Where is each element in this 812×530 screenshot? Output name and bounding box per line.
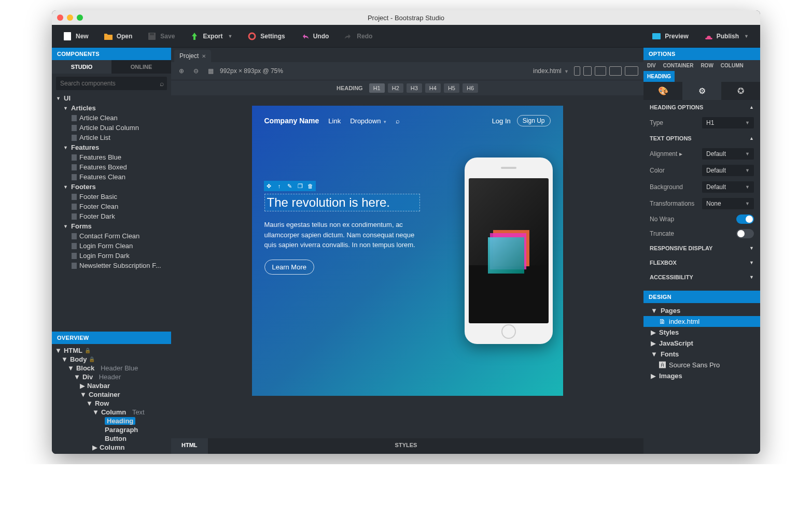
tree-features[interactable]: ▼Features xyxy=(52,142,171,152)
h4-button[interactable]: H4 xyxy=(425,83,441,93)
trash-icon[interactable]: 🗑 xyxy=(305,181,316,191)
ov-button[interactable]: Button xyxy=(55,434,168,443)
search-input[interactable] xyxy=(56,77,167,90)
preview-heading-selected[interactable]: ✥ ↑ ✎ ❐ 🗑 The revolution is here. xyxy=(264,194,420,211)
accessibility-section[interactable]: ACCESSIBILITY▼ xyxy=(643,270,760,284)
minimize-window-icon[interactable] xyxy=(67,15,73,21)
file-tab-project[interactable]: Project✕ xyxy=(174,50,211,62)
tree-articles[interactable]: ▼Articles xyxy=(52,103,171,113)
ov-body[interactable]: ▼Body 🔒 xyxy=(55,355,168,364)
ov-div[interactable]: ▼Div Header xyxy=(55,373,168,381)
design-font-item[interactable]: 🅰Source Sans Pro xyxy=(643,360,760,370)
device-phone-icon[interactable] xyxy=(574,66,580,76)
text-options-section[interactable]: TEXT OPTIONS▲ xyxy=(643,131,760,146)
tree-item[interactable]: Newsletter Subscription F... xyxy=(52,261,171,270)
ov-block[interactable]: ▼Block Header Blue xyxy=(55,364,168,373)
device-laptop-icon[interactable] xyxy=(609,66,622,76)
h2-button[interactable]: H2 xyxy=(388,83,403,93)
tree-item[interactable]: Features Blue xyxy=(52,152,171,162)
tree-footers[interactable]: ▼Footers xyxy=(52,182,171,192)
tree-item[interactable]: Contact Form Clean xyxy=(52,231,171,241)
design-index[interactable]: 🗎index.html xyxy=(643,316,760,327)
search-icon[interactable]: ⌕ xyxy=(160,79,164,88)
tree-item[interactable]: Article Dual Column xyxy=(52,123,171,133)
maximize-window-icon[interactable] xyxy=(77,15,83,21)
heading-options-section[interactable]: HEADING OPTIONS▲ xyxy=(643,100,760,114)
tab-styles[interactable]: STYLES xyxy=(385,438,428,452)
tree-item[interactable]: Features Clean xyxy=(52,172,171,182)
tree-ui[interactable]: ▼UI xyxy=(52,93,171,103)
ov-container[interactable]: ▼Container xyxy=(55,390,168,399)
tree-item[interactable]: Footer Basic xyxy=(52,192,171,202)
preview-login[interactable]: Log In xyxy=(492,117,511,125)
tree-item[interactable]: Footer Dark xyxy=(52,211,171,221)
tree-item[interactable]: Login Form Dark xyxy=(52,251,171,261)
crumb-container[interactable]: CONTAINER xyxy=(660,60,697,71)
ov-row[interactable]: ▼Row xyxy=(55,399,168,408)
page-preview[interactable]: Company Name Link Dropdown ▾ ⌕ Log In Si… xyxy=(252,106,563,396)
alignment-select[interactable]: Default▼ xyxy=(702,148,754,160)
export-button[interactable]: Export▼ xyxy=(184,29,239,44)
tab-online[interactable]: ONLINE xyxy=(111,60,171,74)
ov-paragraph[interactable]: Paragraph xyxy=(55,425,168,434)
tree-item[interactable]: Article Clean xyxy=(52,113,171,123)
design-pages[interactable]: ▼Pages xyxy=(643,305,760,316)
h3-button[interactable]: H3 xyxy=(407,83,422,93)
tree-item[interactable]: Footer Clean xyxy=(52,202,171,211)
fit-icon[interactable]: ▦ xyxy=(205,66,216,76)
preview-button[interactable]: Preview xyxy=(646,29,694,44)
page-selector[interactable]: index.html ▼ xyxy=(533,67,569,75)
color-select[interactable]: Default▼ xyxy=(702,165,754,176)
open-button[interactable]: Open xyxy=(98,29,139,44)
h5-button[interactable]: H5 xyxy=(444,83,459,93)
appearance-tab-icon[interactable]: 🎨 xyxy=(643,82,682,100)
preview-paragraph[interactable]: Mauris egestas tellus non ex condimentum… xyxy=(264,220,420,250)
design-images[interactable]: ▶Images xyxy=(643,370,760,381)
zoom-in-icon[interactable]: ⊕ xyxy=(176,66,187,76)
duplicate-icon[interactable]: ❐ xyxy=(295,181,305,191)
crumb-div[interactable]: DIV xyxy=(643,60,660,71)
type-select[interactable]: H1▼ xyxy=(702,117,754,128)
device-tablet-landscape-icon[interactable] xyxy=(595,66,606,76)
close-icon[interactable]: ✕ xyxy=(202,53,206,59)
tab-html[interactable]: HTML xyxy=(171,438,208,454)
crumb-row[interactable]: ROW xyxy=(697,60,717,71)
h1-button[interactable]: H1 xyxy=(369,83,385,93)
search-icon[interactable]: ⌕ xyxy=(396,117,400,125)
tree-item[interactable]: Features Boxed xyxy=(52,162,171,172)
preview-signup[interactable]: Sign Up xyxy=(517,115,551,126)
ov-column2[interactable]: ▶Column xyxy=(55,443,168,452)
design-styles[interactable]: ▶Styles xyxy=(643,327,760,338)
move-icon[interactable]: ✥ xyxy=(264,181,274,191)
device-desktop-icon[interactable] xyxy=(625,66,638,76)
edit-icon[interactable]: ✎ xyxy=(285,181,295,191)
preview-learn-more[interactable]: Learn More xyxy=(264,260,314,275)
undo-button[interactable]: Undo xyxy=(295,29,335,44)
tree-item[interactable]: Login Form Clean xyxy=(52,241,171,251)
new-button[interactable]: New xyxy=(57,29,95,44)
crumb-heading[interactable]: HEADING xyxy=(643,71,675,82)
close-window-icon[interactable] xyxy=(57,15,63,21)
ov-heading[interactable]: Heading xyxy=(55,417,168,425)
crumb-column[interactable]: COLUMN xyxy=(717,60,747,71)
tab-studio[interactable]: STUDIO xyxy=(52,60,111,74)
nowrap-toggle[interactable] xyxy=(736,214,754,224)
preview-link[interactable]: Link xyxy=(328,117,341,125)
zoom-out-icon[interactable]: ⊖ xyxy=(191,66,201,76)
tree-forms[interactable]: ▼Forms xyxy=(52,221,171,231)
preview-brand[interactable]: Company Name xyxy=(264,117,319,125)
ov-html[interactable]: ▼HTML 🔒 xyxy=(55,346,168,355)
redo-button[interactable]: Redo xyxy=(338,29,379,44)
animation-tab-icon[interactable]: ✪ xyxy=(721,82,760,100)
ov-navbar[interactable]: ▶Navbar xyxy=(55,381,168,390)
responsive-section[interactable]: RESPONSIVE DISPLAY▼ xyxy=(643,241,760,255)
transformations-select[interactable]: None▼ xyxy=(702,198,754,209)
tree-item[interactable]: Article List xyxy=(52,133,171,142)
settings-button[interactable]: Settings xyxy=(242,29,291,44)
background-select[interactable]: Default▼ xyxy=(702,181,754,193)
flexbox-section[interactable]: FLEXBOX▼ xyxy=(643,255,760,270)
h6-button[interactable]: H6 xyxy=(463,83,478,93)
save-button[interactable]: Save xyxy=(142,29,181,44)
ov-column[interactable]: ▼Column Text xyxy=(55,408,168,417)
device-tablet-portrait-icon[interactable] xyxy=(583,66,592,76)
